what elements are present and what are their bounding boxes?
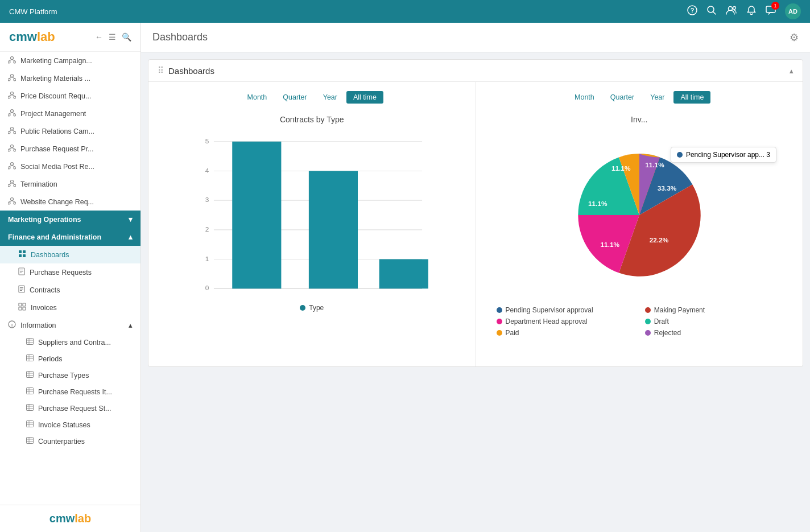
- sidebar-item-dashboards[interactable]: Dashboards: [0, 246, 140, 263]
- sidebar-item-periods[interactable]: Periods: [0, 350, 140, 367]
- sidebar-item-pr-cam[interactable]: Public Relations Cam...: [0, 122, 140, 140]
- quarter-btn[interactable]: Quarter: [276, 91, 313, 104]
- sidebar-item-social-media[interactable]: Social Media Post Re...: [0, 158, 140, 175]
- sidebar-item-suppliers[interactable]: Suppliers and Contra...: [0, 334, 140, 350]
- bar-chart-title: Contracts by Type: [158, 115, 466, 124]
- chevron-up-icon-info: ▴: [129, 321, 133, 329]
- sidebar-item-project-management[interactable]: Project Management: [0, 105, 140, 122]
- svg-point-23: [8, 114, 10, 116]
- month-btn[interactable]: Month: [241, 91, 274, 104]
- svg-line-35: [9, 148, 12, 150]
- svg-point-9: [14, 61, 16, 63]
- sidebar-back-icon[interactable]: ←: [95, 32, 103, 42]
- legend-label-paid: Paid: [506, 329, 519, 337]
- svg-line-3: [713, 12, 716, 15]
- svg-point-18: [8, 96, 10, 98]
- quarter-btn-pie[interactable]: Quarter: [604, 91, 641, 104]
- sidebar-item-invoice-statuses[interactable]: Invoice Statuses: [0, 416, 140, 433]
- sidebar-item-label: Social Media Post Re...: [20, 163, 133, 171]
- svg-text:11.1%: 11.1%: [588, 200, 608, 208]
- sidebar-item-marketing-campaign[interactable]: Marketing Campaign...: [0, 52, 140, 69]
- legend-label-pending: Pending Supervisor approval: [506, 306, 593, 314]
- svg-line-11: [12, 60, 15, 61]
- sidebar-item-price-discount[interactable]: Price Discount Requ...: [0, 87, 140, 105]
- svg-line-26: [12, 113, 15, 114]
- sidebar-item-purchase-request-st[interactable]: Purchase Request St...: [0, 400, 140, 416]
- table-icon-5: [26, 404, 34, 413]
- sidebar-item-purchase-requests[interactable]: Purchase Requests: [0, 263, 140, 281]
- svg-rect-65: [23, 303, 26, 306]
- users-icon[interactable]: [726, 5, 737, 18]
- month-btn-pie[interactable]: Month: [568, 91, 601, 104]
- drag-handle-icon[interactable]: ⠿: [158, 65, 164, 76]
- sidebar-item-label: Marketing Campaign...: [20, 57, 133, 65]
- legend-item-paid: Paid: [497, 329, 634, 337]
- search-icon[interactable]: [706, 5, 717, 18]
- sidebar-search-icon[interactable]: 🔍: [122, 32, 131, 42]
- dashboard-section-header: ⠿ Dashboards ▴: [148, 60, 803, 82]
- sidebar-group-finance[interactable]: Finance and Administration ▴: [0, 228, 140, 246]
- pie-tooltip: Pending Supervisor app... 3: [671, 147, 776, 163]
- process-icon-4: [8, 109, 16, 118]
- svg-point-19: [14, 96, 16, 98]
- sidebar-item-label: Termination: [20, 180, 133, 188]
- legend-item-pending: Pending Supervisor approval: [497, 306, 634, 314]
- user-avatar[interactable]: AD: [785, 3, 801, 19]
- svg-text:?: ?: [691, 7, 695, 14]
- svg-rect-78: [27, 372, 34, 378]
- sidebar-item-purchase-types[interactable]: Purchase Types: [0, 367, 140, 383]
- sidebar-item-termination[interactable]: Termination: [0, 175, 140, 193]
- table-icon-6: [26, 420, 34, 429]
- sidebar-item-purchase-requests-it[interactable]: Purchase Requests It...: [0, 383, 140, 400]
- svg-point-24: [14, 114, 16, 116]
- help-icon[interactable]: ?: [687, 5, 697, 18]
- sidebar-item-website-change[interactable]: Website Change Req...: [0, 193, 140, 211]
- sidebar-item-invoices[interactable]: Invoices: [0, 299, 140, 316]
- sidebar-menu-icon[interactable]: ☰: [109, 32, 116, 42]
- year-btn[interactable]: Year: [316, 91, 344, 104]
- process-icon-6: [8, 144, 16, 154]
- svg-rect-54: [19, 254, 22, 257]
- svg-line-31: [12, 130, 15, 132]
- sidebar-item-label: Public Relations Cam...: [20, 127, 133, 135]
- svg-rect-64: [19, 303, 22, 306]
- dashboard-section: ⠿ Dashboards ▴ Month Quarter Year All ti…: [148, 59, 803, 367]
- svg-point-37: [11, 163, 14, 166]
- svg-point-27: [11, 127, 14, 130]
- legend-dot-payment: [645, 307, 651, 313]
- sidebar-item-contracts[interactable]: Contracts: [0, 281, 140, 299]
- table-icon-4: [26, 387, 34, 396]
- alltime-btn[interactable]: All time: [346, 91, 383, 104]
- sidebar-item-marketing-materials[interactable]: Marketing Materials ...: [0, 69, 140, 87]
- svg-point-43: [8, 184, 10, 187]
- svg-text:1: 1: [205, 255, 209, 263]
- invoices-panel: Month Quarter Year All time Inv... Pendi…: [476, 82, 803, 366]
- alltime-btn-pie[interactable]: All time: [673, 91, 710, 104]
- legend-dot-pending: [497, 307, 502, 313]
- sidebar-item-purchase-request-pr[interactable]: Purchase Request Pr...: [0, 140, 140, 158]
- table-icon-2: [26, 354, 34, 363]
- year-btn-pie[interactable]: Year: [643, 91, 671, 104]
- settings-icon[interactable]: ⚙: [790, 31, 799, 44]
- svg-text:11.1%: 11.1%: [611, 164, 631, 172]
- sidebar-group-information[interactable]: i Information ▴: [0, 316, 140, 334]
- sidebar-item-label: Counterparties: [38, 438, 133, 446]
- svg-point-34: [14, 149, 16, 151]
- sidebar-group-marketing[interactable]: Marketing Operations ▾: [0, 211, 140, 228]
- process-icon-7: [8, 162, 16, 171]
- svg-text:2: 2: [205, 225, 209, 233]
- sidebar-item-counterparties[interactable]: Counterparties: [0, 433, 140, 449]
- notifications-icon[interactable]: [746, 5, 757, 18]
- svg-point-47: [11, 198, 14, 201]
- collapse-icon[interactable]: ▴: [790, 67, 794, 75]
- svg-rect-110: [232, 142, 281, 288]
- table-icon-7: [26, 437, 34, 446]
- svg-text:Commercial: Commercial: [239, 294, 275, 295]
- chat-icon[interactable]: 1: [766, 5, 776, 18]
- sidebar-item-label: Project Management: [20, 110, 133, 118]
- svg-point-42: [11, 180, 14, 183]
- svg-rect-90: [27, 421, 34, 427]
- sidebar-item-dashboards-label: Dashboards: [31, 251, 133, 259]
- sidebar-item-label: Purchase Requests It...: [38, 388, 133, 396]
- main-layout: cmw lab ← ☰ 🔍 Marketing Campaign...: [0, 23, 810, 532]
